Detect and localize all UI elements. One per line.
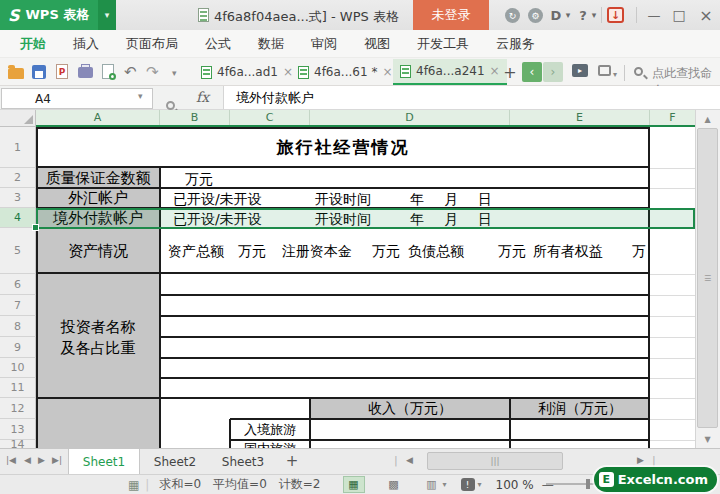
help-icon[interactable]: ? <box>576 0 590 30</box>
cell-r5-owner-equity[interactable]: 所有者权益 <box>533 243 603 261</box>
minimize-button[interactable]: — <box>643 0 665 30</box>
redo-icon[interactable]: ↷ <box>146 63 159 81</box>
sheet-tab-sheet1[interactable]: Sheet1 <box>68 449 140 474</box>
page-break-view-icon[interactable]: ▩ <box>383 476 405 493</box>
col-header-a[interactable]: A <box>36 110 160 125</box>
name-box[interactable]: A4 <box>1 88 153 109</box>
tab-review[interactable]: 审阅 <box>311 35 337 53</box>
cell-r5-unit4[interactable]: 万 <box>632 243 646 261</box>
panel-icon[interactable] <box>598 65 611 76</box>
cell-r5-unit3[interactable]: 万元 <box>498 243 526 261</box>
cell-e12[interactable]: 利润（万元） <box>512 400 648 417</box>
tab-insert[interactable]: 插入 <box>73 35 99 53</box>
tab-scroll-forward-button[interactable]: › <box>543 62 563 82</box>
cell-c3[interactable]: 开设时间 <box>315 191 371 209</box>
row-header-11[interactable]: 11 <box>0 378 36 398</box>
row-header-8[interactable]: 8 <box>0 316 36 337</box>
doc-tab-2[interactable]: 4f6a...61 * × <box>291 59 399 85</box>
add-sheet-button[interactable]: + <box>283 451 301 471</box>
row-header-1[interactable]: 1 <box>0 127 36 168</box>
cell-c13[interactable]: 入境旅游 <box>232 421 308 438</box>
cell-a5[interactable]: 资产情况 <box>38 232 158 270</box>
sheet-tab-sheet3[interactable]: Sheet3 <box>210 449 276 474</box>
row-header-12[interactable]: 12 <box>0 398 36 419</box>
first-sheet-icon[interactable]: |◀ <box>6 455 16 465</box>
scroll-up-icon[interactable]: ▲ <box>697 112 718 126</box>
cell-r5-unit2[interactable]: 万元 <box>372 243 400 261</box>
panel-caret-icon[interactable]: ▾ <box>613 70 617 79</box>
close-button[interactable]: × <box>695 0 717 30</box>
formula-input[interactable]: 境外付款帐户 <box>223 86 720 109</box>
settings-icon[interactable]: ⚙ <box>528 8 543 23</box>
next-sheet-icon[interactable]: ▶ <box>38 455 45 465</box>
eye-caret-icon[interactable]: ▾ <box>478 480 482 489</box>
fill-handle[interactable] <box>32 224 39 231</box>
save-icon[interactable] <box>32 65 46 79</box>
tab-developer[interactable]: 开发工具 <box>417 35 469 53</box>
maximize-button[interactable]: □ <box>668 0 690 30</box>
wps-app-button[interactable]: S WPS 表格 <box>0 0 98 30</box>
row-header-3[interactable]: 3 <box>0 188 36 208</box>
doc-tab-3-active[interactable]: 4f6a...a241 × <box>393 59 507 85</box>
export-pdf-icon[interactable]: P <box>56 64 68 79</box>
row-header-10[interactable]: 10 <box>0 358 36 378</box>
col-header-e[interactable]: E <box>510 110 650 125</box>
cell-r5-unit1[interactable]: 万元 <box>238 243 266 261</box>
zoom-slider-handle[interactable] <box>586 479 590 489</box>
tab-cloud[interactable]: 云服务 <box>496 35 535 53</box>
horizontal-scrollbar-thumb[interactable]: ||| <box>427 452 563 470</box>
tab-formulas[interactable]: 公式 <box>205 35 231 53</box>
cell-c14[interactable]: 国内旅游 <box>232 441 308 448</box>
help-caret-icon[interactable]: ▾ <box>589 0 599 30</box>
eye-protection-icon[interactable]: ! <box>461 478 475 491</box>
col-header-b[interactable]: B <box>160 110 230 125</box>
insert-function-button[interactable]: fx <box>196 89 209 105</box>
col-header-f[interactable]: F <box>650 110 695 125</box>
print-icon[interactable] <box>78 67 93 78</box>
row-header-4-selected[interactable]: 4 <box>0 208 36 228</box>
hscroll-left-icon[interactable]: ◀ <box>406 455 413 465</box>
search-in-sheet-icon[interactable] <box>166 101 175 110</box>
page-layout-view-icon[interactable]: ▥ <box>421 476 443 493</box>
toolbar-caret-icon[interactable]: ▾ <box>172 68 177 78</box>
app-menu-caret[interactable]: ▾ <box>98 0 116 30</box>
view-caret-icon[interactable]: ▾ <box>443 480 447 489</box>
cell-d12[interactable]: 收入（万元） <box>312 400 508 417</box>
cell-b3[interactable]: 已开设/未开设 <box>173 191 262 209</box>
doc-tab-1[interactable]: 4f6a...ad1 × <box>194 59 300 85</box>
select-all-corner[interactable] <box>0 110 36 127</box>
cell-investor-name[interactable]: 投资者名称 <box>38 318 158 336</box>
cell-r5-liabilities[interactable]: 负债总额 <box>408 243 464 261</box>
cell-title[interactable]: 旅行社经营情况 <box>38 129 648 166</box>
tab-view[interactable]: 视图 <box>364 35 390 53</box>
row-header-5[interactable]: 5 <box>0 228 36 274</box>
vertical-scrollbar-thumb[interactable]: ☰ <box>697 128 718 428</box>
cell-r5-asset-total[interactable]: 资产总额 <box>168 243 224 261</box>
cell-a2[interactable]: 质量保证金数额 <box>38 170 158 186</box>
presentation-icon[interactable]: ▸ <box>572 64 588 77</box>
cell-a3[interactable]: 外汇帐户 <box>38 190 158 206</box>
tab-page-layout[interactable]: 页面布局 <box>126 35 178 53</box>
last-sheet-icon[interactable]: ▶| <box>52 455 62 465</box>
tab-data[interactable]: 数据 <box>258 35 284 53</box>
close-tab-icon[interactable]: × <box>382 65 392 79</box>
cell-r5-registered-capital[interactable]: 注册资本金 <box>282 243 352 261</box>
undo-icon[interactable]: ↶ <box>124 63 137 81</box>
download-icon[interactable]: ↓ <box>607 7 624 23</box>
row-header-9[interactable]: 9 <box>0 337 36 358</box>
open-file-icon[interactable] <box>8 68 24 79</box>
cell-d3[interactable]: 年 月 日 <box>410 191 495 209</box>
hscroll-right-icon[interactable]: ▶ <box>637 455 644 465</box>
signature-caret-icon[interactable]: ▾ <box>563 0 573 30</box>
skin-icon[interactable]: ↻ <box>505 8 520 23</box>
normal-view-icon[interactable]: ▦ <box>343 476 365 493</box>
col-header-c[interactable]: C <box>230 110 310 125</box>
row-header-6[interactable]: 6 <box>0 274 36 295</box>
signature-icon[interactable]: D <box>548 0 564 30</box>
row-header-13[interactable]: 13 <box>0 419 36 440</box>
cell-investor-ratio[interactable]: 及各占比重 <box>38 339 158 357</box>
print-preview-icon[interactable] <box>102 64 114 79</box>
tab-home[interactable]: 开始 <box>20 35 46 53</box>
tab-scroll-back-button[interactable]: ‹ <box>522 62 542 82</box>
col-header-d[interactable]: D <box>310 110 510 125</box>
